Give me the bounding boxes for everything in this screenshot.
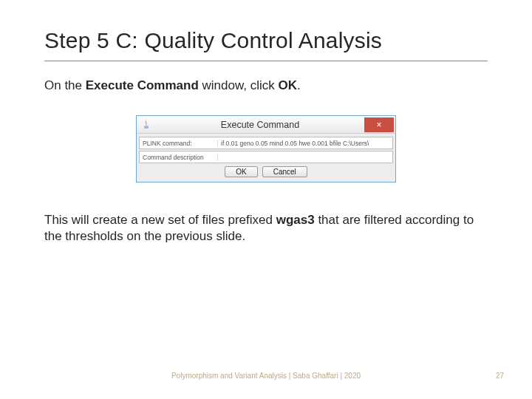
java-icon xyxy=(141,120,151,130)
close-icon: × xyxy=(376,120,381,129)
intro-mid: window, click xyxy=(199,78,279,92)
intro-post: . xyxy=(297,78,301,92)
command-description-row: Command description xyxy=(139,151,393,163)
slide-footer: Polymorphism and Variant Analysis | Saba… xyxy=(0,372,532,380)
execute-command-dialog: Execute Command × PLINK command: if 0.01… xyxy=(136,115,396,183)
plink-command-label: PLINK command: xyxy=(140,140,218,147)
plink-command-field[interactable]: if 0.01 geno 0.05 mind 0.05 hwe 0.001 bf… xyxy=(218,140,392,147)
title-divider xyxy=(44,61,488,61)
footer-text: Polymorphism and Variant Analysis | Saba… xyxy=(0,372,532,380)
plink-command-row: PLINK command: if 0.01 geno 0.05 mind 0.… xyxy=(139,137,393,149)
ok-button[interactable]: OK xyxy=(225,166,257,177)
page-number: 27 xyxy=(496,372,504,380)
intro-pre: On the xyxy=(44,78,86,92)
outro-pre: This will create a new set of files pref… xyxy=(44,213,276,227)
page-title: Step 5 C: Quality Control Analysis xyxy=(44,28,488,53)
outro-bold: wgas3 xyxy=(276,213,315,227)
dialog-titlebar: Execute Command × xyxy=(137,116,395,134)
intro-bold-2: OK xyxy=(279,78,298,92)
outro-paragraph: This will create a new set of files pref… xyxy=(44,212,488,244)
command-description-label: Command description xyxy=(140,154,218,161)
slide: Step 5 C: Quality Control Analysis On th… xyxy=(0,0,532,399)
dialog-button-row: OK Cancel xyxy=(137,166,395,177)
dialog-screenshot: Execute Command × PLINK command: if 0.01… xyxy=(44,115,488,183)
intro-paragraph: On the Execute Command window, click OK. xyxy=(44,78,488,93)
intro-bold-1: Execute Command xyxy=(86,78,199,92)
dialog-title: Execute Command xyxy=(156,120,364,130)
close-button[interactable]: × xyxy=(364,117,394,132)
dialog-body: PLINK command: if 0.01 geno 0.05 mind 0.… xyxy=(137,134,395,182)
cancel-button[interactable]: Cancel xyxy=(262,166,307,177)
